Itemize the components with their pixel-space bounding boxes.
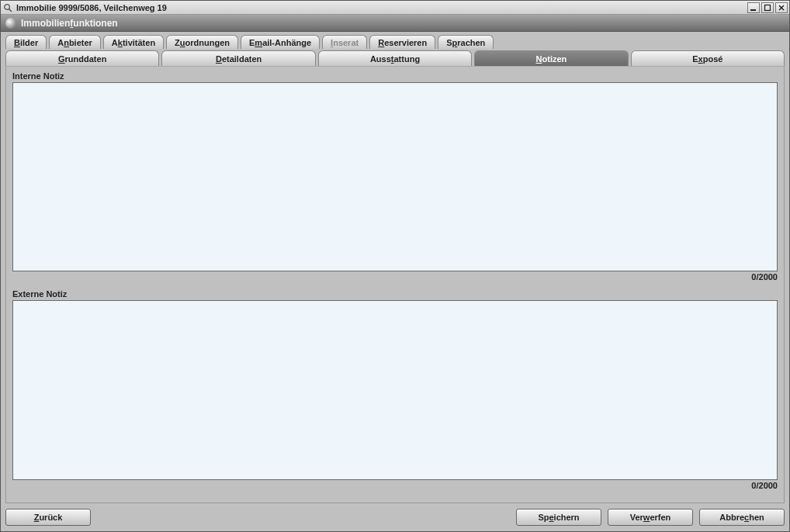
tab-reservieren[interactable]: Reservieren xyxy=(369,35,435,49)
window-controls xyxy=(747,2,788,13)
content-panel: Interne Notiz 0/2000 Externe Notiz 0/200… xyxy=(5,66,785,503)
magnifier-icon xyxy=(2,2,13,13)
tab-detaildaten[interactable]: Detaildaten xyxy=(161,50,315,66)
discard-button[interactable]: Verwerfen xyxy=(608,509,693,526)
back-button[interactable]: Zurück xyxy=(5,509,91,526)
internal-note-textarea[interactable] xyxy=(12,82,778,271)
internal-note-label: Interne Notiz xyxy=(12,71,778,81)
external-note-block: Externe Notiz 0/2000 xyxy=(12,289,778,490)
tab-expose[interactable]: Exposé xyxy=(631,50,785,66)
button-bar: Zurück Speichern Verwerfen Abbrechen xyxy=(1,508,789,531)
sphere-icon xyxy=(5,18,16,29)
svg-rect-3 xyxy=(765,5,771,10)
svg-line-1 xyxy=(9,9,12,11)
titlebar: Immobilie 9999/5086, Veilchenweg 19 xyxy=(1,1,789,15)
maximize-button[interactable] xyxy=(761,2,774,13)
svg-point-0 xyxy=(5,4,10,9)
tab-row-upper: BilderAnbieterAktivitätenZuordnungenEmai… xyxy=(5,35,785,49)
tab-row-lower: GrunddatenDetaildatenAusstattungNotizenE… xyxy=(5,50,785,66)
tab-inserat[interactable]: Inserat xyxy=(322,35,367,49)
tab-email-anhaenge[interactable]: Email-Anhänge xyxy=(241,35,320,49)
save-button[interactable]: Speichern xyxy=(516,509,601,526)
app-window: Immobilie 9999/5086, Veilchenweg 19 Immo… xyxy=(0,0,790,532)
tab-notizen[interactable]: Notizen xyxy=(474,50,628,66)
internal-note-counter: 0/2000 xyxy=(12,272,778,282)
tab-aktivitaeten[interactable]: Aktivitäten xyxy=(103,35,164,49)
function-bar[interactable]: Immobilienfunktionen xyxy=(1,15,789,32)
tab-ausstattung[interactable]: Ausstattung xyxy=(318,50,472,66)
function-bar-label: Immobilienfunktionen xyxy=(21,18,118,29)
tab-bilder[interactable]: Bilder xyxy=(5,35,47,49)
tab-grunddaten[interactable]: Grunddaten xyxy=(5,50,159,66)
tab-anbieter[interactable]: Anbieter xyxy=(49,35,101,49)
internal-note-block: Interne Notiz 0/2000 xyxy=(12,71,778,282)
cancel-button[interactable]: Abbrechen xyxy=(699,509,785,526)
external-note-textarea[interactable] xyxy=(12,300,778,480)
tab-area: BilderAnbieterAktivitätenZuordnungenEmai… xyxy=(1,32,789,66)
tab-zuordnungen[interactable]: Zuordnungen xyxy=(166,35,238,49)
close-button[interactable] xyxy=(775,2,788,13)
minimize-button[interactable] xyxy=(747,2,760,13)
external-note-label: Externe Notiz xyxy=(12,289,778,299)
window-title: Immobilie 9999/5086, Veilchenweg 19 xyxy=(16,3,167,12)
tab-sprachen[interactable]: Sprachen xyxy=(438,35,494,49)
external-note-counter: 0/2000 xyxy=(12,481,778,490)
